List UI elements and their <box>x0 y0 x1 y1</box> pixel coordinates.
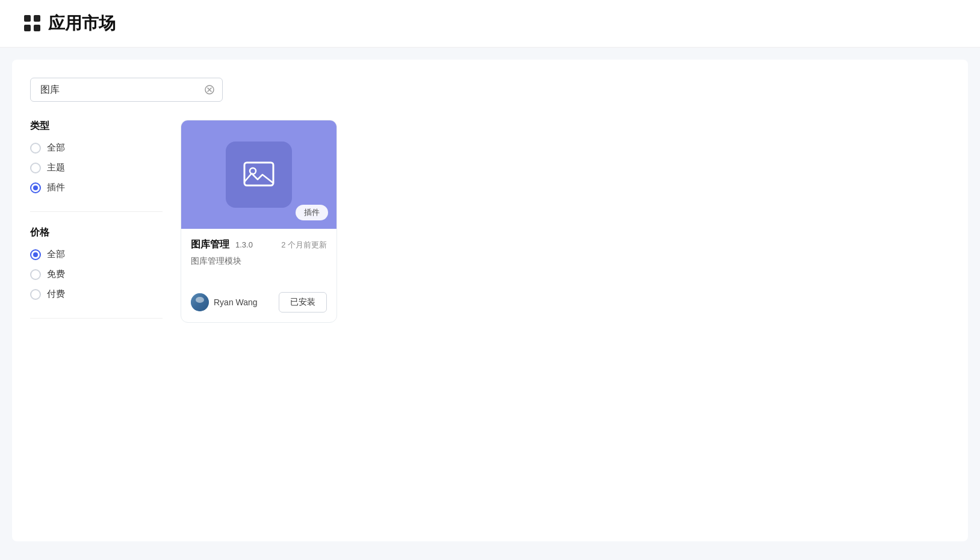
type-radio-group: 全部 主题 插件 <box>30 142 163 193</box>
type-theme-label: 主题 <box>47 162 65 173</box>
type-all-option[interactable]: 全部 <box>30 142 163 154</box>
apps-icon <box>24 15 41 32</box>
app-description: 图库管理模块 <box>191 256 327 280</box>
app-update-time: 2 个月前更新 <box>281 240 327 250</box>
type-filter-section: 类型 全部 主题 插件 <box>30 120 163 193</box>
app-card-footer: Ryan Wang 已安装 <box>191 292 327 313</box>
page-header: 应用市场 <box>0 0 980 48</box>
type-plugin-label: 插件 <box>47 182 65 193</box>
svg-point-4 <box>250 168 256 174</box>
app-card-header: 插件 <box>181 120 336 229</box>
search-bar <box>30 78 950 102</box>
type-plugin-option[interactable]: 插件 <box>30 182 163 193</box>
apps-grid: 插件 图库管理 1.3.0 2 个月前更新 图库管理模块 <box>163 120 950 333</box>
price-all-label: 全部 <box>47 249 65 260</box>
content-layout: 类型 全部 主题 插件 <box>30 120 950 333</box>
price-paid-radio[interactable] <box>30 289 41 300</box>
price-free-label: 免费 <box>47 269 65 280</box>
search-input-wrapper <box>30 78 223 102</box>
type-all-radio[interactable] <box>30 143 41 154</box>
page-title: 应用市场 <box>48 12 116 35</box>
app-icon-wrapper <box>226 142 292 208</box>
type-plugin-radio[interactable] <box>30 182 41 193</box>
price-paid-label: 付费 <box>47 288 65 300</box>
price-filter-section: 价格 全部 免费 付费 <box>30 226 163 300</box>
author-avatar-image <box>191 293 209 311</box>
app-card-body: 图库管理 1.3.0 2 个月前更新 图库管理模块 Ryan Wang 已安装 <box>181 229 336 322</box>
install-button[interactable]: 已安装 <box>279 292 327 313</box>
type-all-label: 全部 <box>47 142 65 154</box>
svg-rect-3 <box>244 163 273 185</box>
price-free-option[interactable]: 免费 <box>30 269 163 280</box>
sidebar-filters: 类型 全部 主题 插件 <box>30 120 163 333</box>
type-theme-radio[interactable] <box>30 163 41 173</box>
price-free-radio[interactable] <box>30 269 41 280</box>
type-filter-title: 类型 <box>30 120 163 132</box>
app-name: 图库管理 <box>191 238 229 251</box>
app-name-row: 图库管理 1.3.0 2 个月前更新 <box>191 238 327 251</box>
app-type-badge: 插件 <box>296 205 328 220</box>
price-divider <box>30 318 163 319</box>
main-content: 类型 全部 主题 插件 <box>12 60 968 541</box>
gallery-icon <box>241 157 277 193</box>
price-all-option[interactable]: 全部 <box>30 249 163 260</box>
price-radio-group: 全部 免费 付费 <box>30 249 163 300</box>
author-name: Ryan Wang <box>214 297 258 307</box>
app-card-gallery-manager[interactable]: 插件 图库管理 1.3.0 2 个月前更新 图库管理模块 <box>181 120 337 323</box>
price-filter-title: 价格 <box>30 226 163 239</box>
price-all-radio[interactable] <box>30 249 41 260</box>
filter-divider <box>30 211 163 212</box>
search-input[interactable] <box>30 78 223 102</box>
close-circle-icon <box>205 85 214 95</box>
type-theme-option[interactable]: 主题 <box>30 162 163 173</box>
author-info: Ryan Wang <box>191 293 258 311</box>
clear-search-button[interactable] <box>203 84 216 96</box>
author-avatar <box>191 293 209 311</box>
app-version: 1.3.0 <box>235 240 253 249</box>
price-paid-option[interactable]: 付费 <box>30 288 163 300</box>
